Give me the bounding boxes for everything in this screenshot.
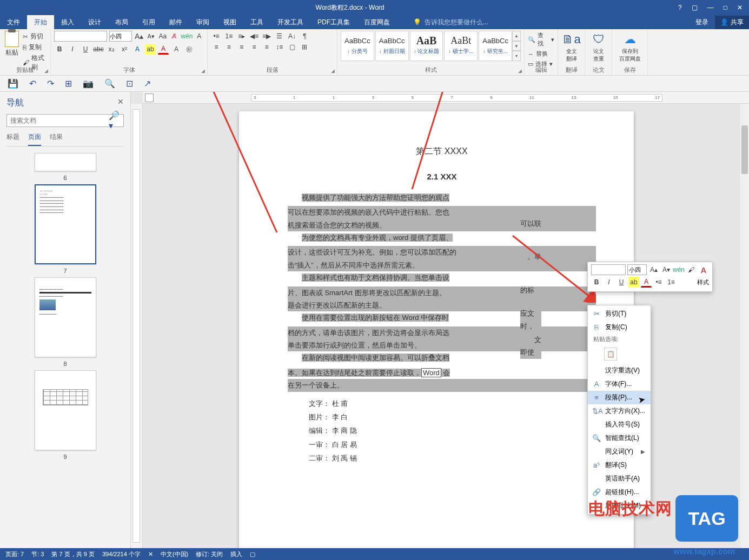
vertical-ruler[interactable] <box>131 104 143 548</box>
sort-button[interactable]: A↓ <box>287 31 297 42</box>
vertical-scrollbar[interactable] <box>740 104 749 548</box>
bold-button[interactable]: B <box>54 44 65 55</box>
tell-me-box[interactable]: 💡 告诉我您想要做什么... <box>413 18 488 27</box>
status-pages[interactable]: 第 7 页，共 9 页 <box>51 550 94 558</box>
text-effects-button[interactable]: A <box>132 44 143 55</box>
character-border-button[interactable]: A <box>194 31 204 42</box>
ctx-copy[interactable]: ⎘复制(C) <box>588 321 651 334</box>
tab-tools[interactable]: 工具 <box>243 15 270 29</box>
phonetic-guide-button[interactable]: wén <box>181 31 192 42</box>
tab-view[interactable]: 视图 <box>216 15 243 29</box>
shrink-font-button[interactable]: A▾ <box>146 31 156 42</box>
style-item[interactable]: AaBbCc↓ 封面日期 <box>375 31 409 61</box>
ctx-hanzi[interactable]: 汉字重选(V) <box>588 364 651 377</box>
mini-phonetic[interactable]: wén <box>673 264 684 275</box>
status-section[interactable]: 节: 3 <box>31 550 44 558</box>
mini-shrink-font[interactable]: A▾ <box>661 264 672 275</box>
underline-button[interactable]: U <box>80 44 91 55</box>
mini-grow-font[interactable]: A▴ <box>648 264 659 275</box>
tab-pdf[interactable]: PDF工具集 <box>310 15 357 29</box>
mini-styles-button[interactable]: A <box>698 264 709 275</box>
qat-button[interactable]: ⊞ <box>65 78 72 89</box>
close-icon[interactable]: ✕ <box>737 4 743 11</box>
gallery-more-button[interactable]: ▾ <box>512 51 521 61</box>
style-item[interactable]: AaBbCc↓ 分类号 <box>341 31 374 61</box>
help-icon[interactable]: ? <box>678 4 682 11</box>
cut-button[interactable]: ✂剪切 <box>23 32 48 41</box>
mini-highlight[interactable]: ab <box>628 277 639 288</box>
replace-button[interactable]: ↔ 替换 <box>528 49 554 59</box>
tab-selector[interactable] <box>145 94 154 102</box>
tab-layout[interactable]: 布局 <box>108 15 135 29</box>
search-input[interactable] <box>7 115 108 126</box>
ctx-translate[interactable]: a⁵翻译(S) <box>588 458 651 472</box>
styles-gallery[interactable]: AaBbCc↓ 分类号 AaBbCc↓ 封面日期 AaB↓ 论文标题 AaBt↓… <box>341 31 512 61</box>
ctx-insert-symbol[interactable]: 插入符号(S) <box>588 418 651 431</box>
status-language[interactable]: 中文(中国) <box>161 550 188 558</box>
font-size-combo[interactable] <box>109 31 132 42</box>
mini-underline[interactable]: U <box>616 277 627 288</box>
style-item[interactable]: AaB↓ 论文标题 <box>410 31 443 61</box>
tab-file[interactable]: 文件 <box>0 15 27 29</box>
tab-developer[interactable]: 开发工具 <box>270 15 310 29</box>
mini-numbering[interactable]: 1≡ <box>666 277 677 288</box>
qat-button[interactable]: 🔍 <box>104 78 115 89</box>
tab-review[interactable]: 审阅 <box>189 15 216 29</box>
ctx-english-assistant[interactable]: 英语助手(A) <box>588 472 651 485</box>
gallery-up-button[interactable]: ▲ <box>512 31 521 41</box>
justify-button[interactable]: ≡ <box>249 42 260 52</box>
status-track-changes[interactable]: 修订: 关闭 <box>196 550 223 558</box>
highlight-button[interactable]: ab <box>145 44 156 55</box>
mini-bold[interactable]: B <box>591 277 602 288</box>
enclose-characters-button[interactable]: ㊖ <box>184 44 195 55</box>
status-words[interactable]: 394/2214 个字 <box>102 550 141 558</box>
mini-font-combo[interactable] <box>591 264 626 275</box>
distributed-button[interactable]: ≡ <box>261 42 272 52</box>
cloud-icon[interactable]: ☁ <box>624 32 636 46</box>
style-item[interactable]: AaBbCc↓ 研究生... <box>479 31 512 61</box>
save-button[interactable]: 💾 <box>8 78 18 89</box>
status-insert-mode[interactable]: 插入 <box>230 550 242 558</box>
show-marks-button[interactable]: ¶ <box>299 31 310 42</box>
italic-button[interactable]: I <box>67 44 78 55</box>
strikethrough-button[interactable]: abc <box>93 44 104 55</box>
status-extra[interactable]: ▢ <box>250 551 255 558</box>
undo-button[interactable]: ↶ <box>29 78 36 89</box>
page-thumbnail[interactable] <box>35 370 96 450</box>
paste-option-button[interactable]: 📋 <box>604 348 617 361</box>
mini-font-color[interactable]: A <box>641 277 652 288</box>
borders-button[interactable]: ⊞ <box>299 42 310 52</box>
ctx-font[interactable]: A字体(F)... <box>588 377 651 391</box>
superscript-button[interactable]: x² <box>119 44 130 55</box>
page-thumbnail[interactable]: ▬▬▬▬▬▬▬▬▬▬▬▬▬▬▬▬▬▬▬▬▬▬▬▬▬▬▬▬▬▬ <box>35 277 96 357</box>
tab-design[interactable]: 设计 <box>81 15 108 29</box>
ribbon-display-options-icon[interactable]: ▢ <box>692 4 698 11</box>
check-icon[interactable]: 🛡 <box>593 32 605 46</box>
multilevel-list-button[interactable]: ≡▸ <box>236 31 247 42</box>
nav-tab-headings[interactable]: 标题 <box>6 132 19 146</box>
mini-format-painter[interactable]: 🖌 <box>686 264 697 275</box>
font-name-combo[interactable] <box>54 31 107 42</box>
page-thumbnail[interactable] <box>35 153 96 171</box>
subscript-button[interactable]: x₂ <box>106 44 117 55</box>
qat-button[interactable]: ⊡ <box>126 78 133 89</box>
find-button[interactable]: 🔍 查找 ▾ <box>528 30 554 49</box>
tab-mailings[interactable]: 邮件 <box>162 15 189 29</box>
ctx-smart-lookup[interactable]: 🔍智能查找(L) <box>588 431 651 445</box>
ctx-hyperlink[interactable]: 🔗超链接(H)... <box>588 485 651 499</box>
page-thumbnail-selected[interactable]: 第二节 XXXX2.1 XXX▬▬▬▬▬▬▬▬▬▬▬▬▬▬▬▬▬▬▬▬▬▬▬▬▬… <box>35 184 96 264</box>
login-button[interactable]: 登录 <box>689 18 715 27</box>
maximize-icon[interactable]: □ <box>724 4 727 11</box>
clear-formatting-button[interactable]: A̸ <box>170 31 180 42</box>
align-center-button[interactable]: ≡ <box>223 42 234 52</box>
align-right-button[interactable]: ≡ <box>236 42 247 52</box>
grow-font-button[interactable]: A▴ <box>134 31 144 42</box>
decrease-indent-button[interactable]: ◀≡ <box>249 31 260 42</box>
shading-button[interactable]: ▢ <box>287 42 297 52</box>
tab-references[interactable]: 引用 <box>135 15 162 29</box>
status-spellcheck-icon[interactable]: ✕ <box>148 551 153 558</box>
qat-button[interactable]: 📷 <box>83 78 94 89</box>
tab-baidudisk[interactable]: 百度网盘 <box>357 15 397 29</box>
clipboard-dialog-launcher[interactable]: ◢ <box>44 68 48 74</box>
styles-dialog-launcher[interactable]: ◢ <box>518 68 522 74</box>
